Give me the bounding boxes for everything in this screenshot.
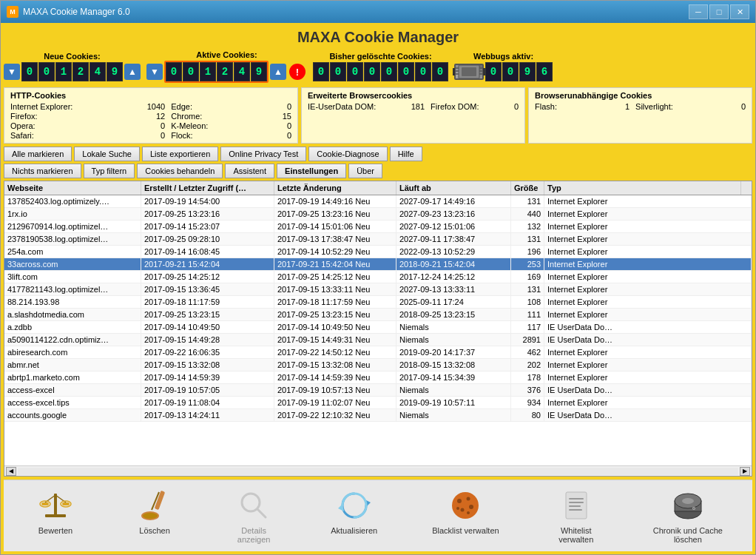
table-row[interactable]: 2378190538.log.optimizel… 2017-09-25 09:… [4,233,752,246]
close-button[interactable]: ✕ [730,4,749,19]
scroll-track[interactable] [18,468,738,475]
assistant-button[interactable]: Assistent [225,164,274,178]
td-modified: 2017-09-25 13:23:15 Neu [274,309,396,320]
svg-rect-40 [569,505,581,507]
th-size[interactable]: Größe [511,181,544,195]
th-created[interactable]: Erstellt / Letzter Zugriff (… [141,181,274,195]
td-created: 2017-09-19 10:57:05 [141,384,274,396]
table-row[interactable]: 254a.com 2017-09-14 16:08:45 2017-09-14 … [4,246,752,258]
th-type[interactable]: Typ [544,181,741,195]
td-website: 4177821143.log.optimizel… [4,283,141,295]
table-row[interactable]: access-excel.tips 2017-09-19 11:08:04 20… [4,397,752,409]
help-button[interactable]: Hilfe [390,147,422,161]
svg-rect-1 [462,67,476,76]
td-website: abmr.net [4,359,141,371]
maximize-button[interactable]: □ [709,4,729,19]
cookies-handle-button[interactable]: Cookies behandeln [137,164,223,178]
aktive-digits: 0 0 1 2 4 9 [164,61,269,83]
td-size: 108 [511,296,544,308]
settings-button[interactable]: Einstellungen [277,164,346,178]
whitelist-button[interactable]: Whitelistverwalten [547,485,606,547]
td-website: a.zdbb [4,321,141,333]
th-website[interactable]: Webseite [4,181,141,195]
silverlight-label: Silverlight: [635,102,704,111]
magnify-icon [236,488,271,523]
table-row[interactable]: abmr.net 2017-09-15 13:32:08 2017-09-15 … [4,359,752,371]
td-created: 2017-09-14 10:49:50 [141,321,274,333]
td-website: abiresearch.com [4,346,141,358]
online-privacy-test-button[interactable]: Online Privacy Test [220,147,306,161]
firefox-dom-value: 0 [499,102,519,111]
scroll-right-arrow[interactable]: ▶ [740,467,750,476]
type-filter-button[interactable]: Typ filtern [84,164,135,178]
gel-digit-3: 0 [364,62,380,81]
loeschen-button[interactable]: Löschen [125,485,184,547]
td-size: 111 [511,309,544,320]
chronik-button[interactable]: Chronik und Cachelöschen [646,485,730,547]
td-website: abrtp1.marketo.com [4,371,141,383]
td-type: Internet Explorer [544,309,752,320]
bewerten-button[interactable]: Bewerten [26,485,85,547]
table-row[interactable]: 1rx.io 2017-09-25 13:23:16 2017-09-25 13… [4,208,752,221]
td-modified: 2017-09-15 13:32:08 Neu [274,359,396,371]
webbugs-digits: 0 0 9 6 [485,62,553,81]
table-row[interactable]: a.zdbb 2017-09-14 10:49:50 2017-09-14 10… [4,321,752,334]
horizontal-scrollbar[interactable]: ◀ ▶ [4,465,752,476]
table-body[interactable]: 137852403.log.optimizely.… 2017-09-19 14… [4,195,752,465]
table-row[interactable]: 3lift.com 2017-09-25 14:25:12 2017-09-25… [4,271,752,283]
td-type: Internet Explorer [544,283,752,295]
td-size: 2891 [511,334,544,346]
aktive-down-arrow[interactable]: ▼ [146,64,163,80]
cookie-diagnose-button[interactable]: Cookie-Diagnose [308,147,387,161]
select-all-button[interactable]: Alle markieren [4,147,72,161]
neue-up-arrow[interactable]: ▲ [124,64,141,80]
aktualisieren-button[interactable]: Aktualisieren [323,485,385,547]
webbugs-counter: Webbugs aktiv: [454,52,553,81]
table-row[interactable]: abrtp1.marketo.com 2017-09-14 14:59:39 2… [4,371,752,384]
aktive-up-arrow[interactable]: ▲ [270,64,286,80]
td-size: 202 [511,359,544,371]
th-expires[interactable]: Läuft ab [396,181,511,195]
table-row[interactable]: a5090114122.cdn.optimiz… 2017-09-15 14:4… [4,334,752,346]
td-created: 2017-09-25 13:23:15 [141,309,274,320]
cookie-icon [448,488,483,523]
table-row[interactable]: 2129670914.log.optimizel… 2017-09-14 15:… [4,221,752,233]
deselect-button[interactable]: Nichts markieren [4,164,81,178]
edge-value: 0 [249,102,291,111]
local-search-button[interactable]: Lokale Suche [74,147,140,161]
digit-0: 0 [21,62,38,81]
table-row-selected[interactable]: 33across.com 2017-09-21 15:42:04 2017-09… [4,258,752,271]
ie-label: Internet Explorer: [10,102,107,111]
opera-label: Opera: [10,121,107,130]
table-row[interactable]: access-excel 2017-09-19 10:57:05 2017-09… [4,384,752,397]
table-row[interactable]: 137852403.log.optimizely.… 2017-09-19 14… [4,195,752,208]
titlebar-buttons: ─ □ ✕ [689,4,749,19]
wb-digit-2: 9 [519,62,536,81]
export-list-button[interactable]: Liste exportieren [142,147,218,161]
table-row[interactable]: 4177821143.log.optimizel… 2017-09-15 13:… [4,283,752,296]
buttons-row1: Alle markieren Lokale Suche Liste export… [4,147,752,161]
td-type: IE UserData Do… [544,334,752,346]
svg-point-45 [682,498,694,504]
blacklist-button[interactable]: Blacklist verwalten [425,485,506,547]
th-modified[interactable]: Letzte Änderung [274,181,396,195]
table-row[interactable]: accounts.google 2017-09-13 14:24:11 2017… [4,409,752,422]
td-modified: 2017-09-22 14:50:12 Neu [274,346,396,358]
td-website: access-excel.tips [4,397,141,408]
td-modified: 2017-09-18 11:17:59 Neu [274,296,396,308]
aktive-cookies-display: ▼ 0 0 1 2 4 9 ▲ ! [146,61,307,83]
table-row[interactable]: a.slashdotmedia.com 2017-09-25 13:23:15 … [4,309,752,321]
minimize-button[interactable]: ─ [689,4,708,19]
flash-label: Flash: [535,102,588,111]
scroll-left-arrow[interactable]: ◀ [6,467,16,476]
neue-down-arrow[interactable]: ▼ [4,64,20,80]
details-button[interactable]: Detailsanzeigen [224,485,283,547]
td-modified: 2017-09-13 17:38:47 Neu [274,233,396,245]
td-modified: 2017-09-14 15:01:06 Neu [274,221,396,232]
titlebar: M MAXA Cookie Manager 6.0 ─ □ ✕ [1,1,755,23]
blacklist-label: Blacklist verwalten [432,526,499,535]
table-row[interactable]: 88.214.193.98 2017-09-18 11:17:59 2017-0… [4,296,752,309]
safari-value: 0 [113,131,166,140]
about-button[interactable]: Über [348,164,382,178]
table-row[interactable]: abiresearch.com 2017-09-22 16:06:35 2017… [4,346,752,359]
